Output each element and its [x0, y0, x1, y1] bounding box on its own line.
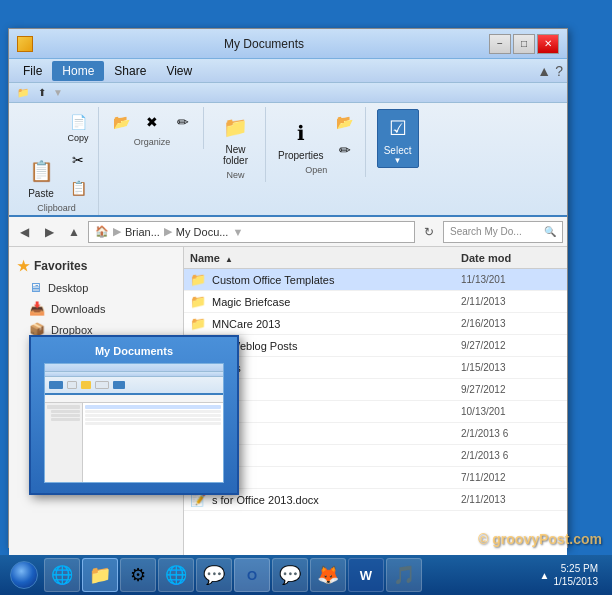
nav-item-downloads[interactable]: 📥 Downloads — [9, 298, 171, 319]
organize-group-label: Organize — [134, 137, 171, 147]
file-row[interactable]: 📁 9/27/2012 — [184, 379, 567, 401]
favorites-header[interactable]: ★ Favorites — [9, 255, 171, 277]
open-btn[interactable]: 📂 — [331, 109, 359, 135]
downloads-icon: 📥 — [29, 301, 45, 316]
taskbar-outlook[interactable]: O — [234, 558, 270, 592]
rename-icon: ✏ — [172, 111, 194, 133]
file-row[interactable]: 📁 10/13/201 — [184, 401, 567, 423]
copy-icon: 📄 — [67, 111, 89, 133]
file-name: MNCare 2013 — [212, 318, 461, 330]
file-date: 2/11/2013 — [461, 296, 561, 307]
file-row[interactable]: 📄 ile.txt 7/11/2012 — [184, 467, 567, 489]
file-name: .txt — [212, 450, 461, 462]
address-bar[interactable]: 🏠 ▶ Brian... ▶ My Docu... ▼ — [88, 221, 415, 243]
taskbar-firefox[interactable]: 🦊 — [310, 558, 346, 592]
edit-btn[interactable]: ✏ — [331, 137, 359, 163]
file-row[interactable]: 📁 Magic Briefcase 2/11/2013 — [184, 291, 567, 313]
cut-button[interactable]: ✂ — [64, 147, 92, 173]
taskbar-vlc[interactable]: 🎵 — [386, 558, 422, 592]
file-date: 2/1/2013 6 — [461, 450, 561, 461]
tray-clock: 5:25 PM 1/15/2013 — [554, 562, 599, 588]
file-date: 2/16/2013 — [461, 318, 561, 329]
sort-arrow-icon: ▲ — [225, 255, 233, 264]
ribbon-group-select: ☑ Select ▼ — [368, 107, 428, 170]
watermark: © groovyPost.com — [478, 531, 602, 547]
menu-home[interactable]: Home — [52, 61, 104, 81]
help-icon[interactable]: ? — [555, 63, 563, 79]
maximize-button[interactable]: □ — [513, 34, 535, 54]
folder-icon: 📁 — [190, 294, 206, 309]
file-date: 11/13/201 — [461, 274, 561, 285]
clipboard-icon: 📋 — [67, 177, 89, 199]
open-group-label: Open — [305, 165, 327, 175]
nav-bar: ◀ ▶ ▲ 🏠 ▶ Brian... ▶ My Docu... ▼ ↻ Sear… — [9, 217, 567, 247]
file-row[interactable]: 📁 Custom Office Templates 11/13/201 — [184, 269, 567, 291]
taskbar: 🌐 📁 ⚙ 🌐 💬 O 💬 🦊 W 🎵 ▲ 5:25 PM 1/15/2013 — [0, 555, 612, 595]
file-row[interactable]: 📄 .txt 2/1/2013 6 — [184, 445, 567, 467]
file-name: My Weblog Posts — [212, 340, 461, 352]
qt-folder-btn[interactable]: 📁 — [15, 85, 31, 101]
select-button[interactable]: ☑ Select ▼ — [377, 109, 419, 168]
menu-bar: File Home Share View ▲ ? — [9, 59, 567, 83]
rename-btn[interactable]: ✏ — [169, 109, 197, 135]
col-header-date[interactable]: Date mod — [461, 252, 561, 264]
file-date: 10/13/201 — [461, 406, 561, 417]
search-bar[interactable]: Search My Do... 🔍 — [443, 221, 563, 243]
col-header-name[interactable]: Name ▲ — [190, 252, 461, 264]
collapse-ribbon-icon[interactable]: ▲ — [537, 63, 551, 79]
taskbar-chrome[interactable]: 🌐 — [158, 558, 194, 592]
delete-icon: ✖ — [141, 111, 163, 133]
nav-item-desktop[interactable]: 🖥 Desktop — [9, 277, 171, 298]
back-button[interactable]: ◀ — [13, 221, 35, 243]
file-date: 2/11/2013 — [461, 494, 561, 505]
addr-part1: Brian... — [125, 226, 160, 238]
search-text: Search My Do... — [450, 226, 522, 237]
window-icon — [17, 36, 33, 52]
new-folder-button[interactable]: 📁 Newfolder — [216, 109, 256, 168]
desktop-label: Desktop — [48, 282, 88, 294]
file-row[interactable]: 📁 My Weblog Posts 9/27/2012 — [184, 335, 567, 357]
copy-button[interactable]: 📄 Copy — [64, 109, 92, 145]
up-button[interactable]: ▲ — [63, 221, 85, 243]
file-name: Notes — [212, 362, 461, 374]
ribbon-group-clipboard: 📋 Paste 📄 Copy ✂ 📋 — [15, 107, 99, 215]
file-name: .rdp — [212, 428, 461, 440]
taskbar-skype[interactable]: 💬 — [272, 558, 308, 592]
file-row[interactable]: 📁 Notes 1/15/2013 — [184, 357, 567, 379]
ribbon: 📋 Paste 📄 Copy ✂ 📋 — [9, 103, 567, 217]
delete-btn[interactable]: ✖ — [138, 109, 166, 135]
system-tray: ▲ 5:25 PM 1/15/2013 — [532, 562, 606, 588]
cut-icon: ✂ — [67, 149, 89, 171]
file-row[interactable]: 📄 .rdp 2/1/2013 6 — [184, 423, 567, 445]
menu-view[interactable]: View — [156, 61, 202, 81]
move-to-btn[interactable]: 📂 — [107, 109, 135, 135]
paste-button[interactable]: 📋 Paste — [21, 153, 61, 201]
ribbon-group-open: ℹ Properties 📂 ✏ Open — [268, 107, 366, 177]
favorites-star-icon: ★ — [17, 258, 30, 274]
dropbox-label: Dropbox — [51, 324, 93, 336]
refresh-button[interactable]: ↻ — [418, 221, 440, 243]
forward-button[interactable]: ▶ — [38, 221, 60, 243]
file-row[interactable]: 📁 MNCare 2013 2/16/2013 — [184, 313, 567, 335]
menu-file[interactable]: File — [13, 61, 52, 81]
qt-up-btn[interactable]: ⬆ — [34, 85, 50, 101]
edit-icon: ✏ — [334, 139, 356, 161]
taskbar-settings[interactable]: ⚙ — [120, 558, 156, 592]
properties-button[interactable]: ℹ Properties — [274, 115, 328, 163]
tray-icon: ▲ — [540, 570, 550, 581]
taskbar-ie[interactable]: 🌐 — [44, 558, 80, 592]
close-button[interactable]: ✕ — [537, 34, 559, 54]
minimize-button[interactable]: − — [489, 34, 511, 54]
taskbar-msg[interactable]: 💬 — [196, 558, 232, 592]
taskbar-word[interactable]: W — [348, 558, 384, 592]
taskbar-explorer[interactable]: 📁 — [82, 558, 118, 592]
menu-share[interactable]: Share — [104, 61, 156, 81]
clipboard-btn[interactable]: 📋 — [64, 175, 92, 201]
start-orb — [10, 561, 38, 589]
open-icon: 📂 — [334, 111, 356, 133]
file-name: Custom Office Templates — [212, 274, 461, 286]
tray-time: 5:25 PM — [554, 562, 599, 575]
clipboard-group-label: Clipboard — [37, 203, 76, 213]
file-row[interactable]: 📝 s for Office 2013.docx 2/11/2013 — [184, 489, 567, 511]
start-button[interactable] — [6, 558, 42, 592]
